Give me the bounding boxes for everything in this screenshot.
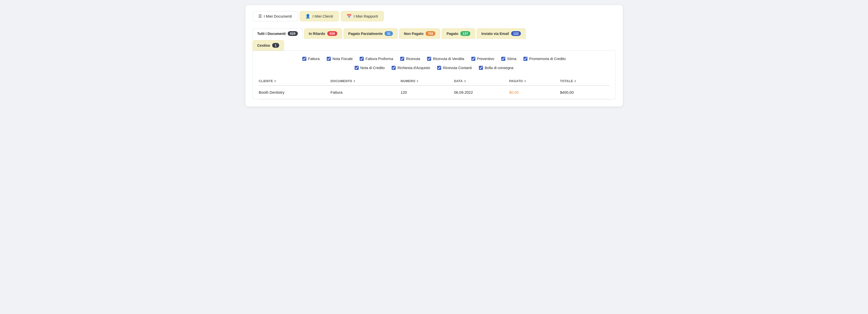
sort-icon-numero: ⇕ [416, 80, 419, 83]
sort-icon-pagato: ⇕ [524, 80, 526, 83]
checkbox-label-notacredito: Nota di Credito [361, 66, 385, 70]
sort-icon-totale: ⇕ [574, 80, 577, 83]
cell-cliente: Booth Dentistry [259, 86, 331, 99]
checkbox-item-promemoria[interactable]: Promemoria di Credito [523, 57, 566, 61]
checkbox-item-preventivo[interactable]: Preventivo [471, 57, 495, 61]
checkbox-ricevuta[interactable] [400, 57, 404, 61]
checkbox-item-fattura[interactable]: Fattura [302, 57, 320, 61]
filter-tab-trash[interactable]: Cestino1 [252, 40, 284, 50]
clienti-icon: 👤 [305, 14, 310, 19]
header-label-totale: TOTALE [560, 79, 573, 83]
checkbox-label-stima: Stima [507, 57, 516, 61]
filter-tab-label-ritardo: In Ritardo [309, 32, 325, 36]
checkbox-label-ricevutacontanti: Ricevuta Contanti [443, 66, 472, 70]
table-header-data[interactable]: DATA ⇕ [454, 77, 509, 86]
sort-icon-data: ⇕ [464, 80, 466, 83]
cell-totale: $400,00 [560, 86, 610, 99]
table-header-pagato[interactable]: PAGATO ⇕ [509, 77, 560, 86]
header-label-cliente: CLIENTE [259, 79, 273, 83]
checkbox-promemoria[interactable] [523, 57, 527, 61]
checkbox-label-ricevuta: Ricevuta [406, 57, 420, 61]
filter-tab-tutti[interactable]: Tutti i Documenti929 [252, 28, 303, 39]
table-row: Booth DentistryFattura12006.09.2022$0,00… [259, 86, 610, 99]
checkbox-row-1: FatturaNota FiscaleFattura ProformaRicev… [259, 57, 610, 61]
filter-tabs-row: Tutti i Documenti929In Ritardo559Pagato … [252, 28, 616, 39]
checkbox-label-richiesta: Richiesta d'Acquisto [397, 66, 430, 70]
table-header-numero[interactable]: NUMERO ⇕ [401, 77, 454, 86]
checkbox-label-fattura: Fattura [308, 57, 320, 61]
checkbox-item-ricevutavendita[interactable]: Ricevuta di Vendita [427, 57, 464, 61]
checkbox-item-notacredito[interactable]: Nota di Credito [354, 66, 385, 70]
table-header-documento[interactable]: DOCUMENTO ⇕ [331, 77, 401, 86]
filter-tab-badge-tutti: 929 [288, 31, 298, 36]
content-area: FatturaNota FiscaleFattura ProformaRicev… [252, 50, 616, 100]
filter-tab-badge-email: 122 [511, 31, 521, 36]
checkbox-notacredito[interactable] [354, 66, 359, 70]
checkbox-label-promemoria: Promemoria di Credito [529, 57, 566, 61]
table-header-row: CLIENTE ⇕DOCUMENTO ⇕NUMERO ⇕DATA ⇕PAGATO… [259, 77, 610, 86]
checkbox-row-2: Nota di CreditoRichiesta d'AcquistoRicev… [259, 66, 610, 70]
data-table: CLIENTE ⇕DOCUMENTO ⇕NUMERO ⇕DATA ⇕PAGATO… [259, 77, 610, 99]
filter-tab-label-nonpagato: Non Pagato [404, 32, 424, 36]
table-header-cliente[interactable]: CLIENTE ⇕ [259, 77, 331, 86]
checkbox-fatturaproforma[interactable] [360, 57, 364, 61]
documenti-icon: ☰ [258, 14, 262, 19]
table-header-totale[interactable]: TOTALE ⇕ [560, 77, 610, 86]
checkbox-filters: FatturaNota FiscaleFattura ProformaRicev… [259, 57, 610, 70]
table-header: CLIENTE ⇕DOCUMENTO ⇕NUMERO ⇕DATA ⇕PAGATO… [259, 77, 610, 86]
filter-tab-parzialmente[interactable]: Pagato Parzialmente31 [344, 28, 398, 39]
checkbox-notafiscale[interactable] [327, 57, 331, 61]
checkbox-fattura[interactable] [302, 57, 306, 61]
checkbox-label-fatturaproforma: Fattura Proforma [366, 57, 393, 61]
checkbox-label-ricevutavendita: Ricevuta di Vendita [433, 57, 464, 61]
checkbox-ricevutacontanti[interactable] [437, 66, 441, 70]
filter-tab-badge-parzialmente: 31 [384, 31, 393, 36]
checkbox-ricevutavendita[interactable] [427, 57, 431, 61]
checkbox-preventivo[interactable] [471, 57, 475, 61]
top-tab-label-documenti: I Miei Documenti [264, 14, 292, 18]
header-label-documento: DOCUMENTO [331, 79, 352, 83]
top-tab-label-clienti: I Miei Clienti [312, 14, 333, 18]
filter-tab-badge-ritardo: 559 [327, 31, 337, 36]
checkbox-item-fatturaproforma[interactable]: Fattura Proforma [360, 57, 393, 61]
checkbox-item-notafiscale[interactable]: Nota Fiscale [327, 57, 353, 61]
filter-tab-ritardo[interactable]: In Ritardo559 [304, 28, 342, 39]
header-label-numero: NUMERO [401, 79, 415, 83]
top-tabs: ☰I Miei Documenti👤I Miei Clienti📅I Miei … [252, 11, 616, 21]
cell-numero: 120 [401, 86, 454, 99]
filter-tab-badge-trash: 1 [272, 43, 279, 48]
rapporti-icon: 📅 [347, 14, 352, 19]
filter-tab-label-email: Inviato via Email [482, 32, 509, 36]
checkbox-item-bolla[interactable]: Bolla di consegna [479, 66, 514, 70]
checkbox-item-stima[interactable]: Stima [501, 57, 516, 61]
checkbox-item-richiesta[interactable]: Richiesta d'Acquisto [392, 66, 430, 70]
filter-tab-email[interactable]: Inviato via Email122 [477, 28, 526, 39]
sort-icon-documento: ⇕ [353, 80, 355, 83]
checkbox-stima[interactable] [501, 57, 505, 61]
filter-tab-badge-nonpagato: 792 [426, 31, 436, 36]
checkbox-richiesta[interactable] [392, 66, 396, 70]
cell-documento: Fattura [331, 86, 401, 99]
checkbox-bolla[interactable] [479, 66, 483, 70]
filter-tab-label-parzialmente: Pagato Parzialmente [348, 32, 383, 36]
header-label-pagato: PAGATO [509, 79, 523, 83]
top-tab-clienti[interactable]: 👤I Miei Clienti [300, 11, 339, 21]
filter-tab-badge-pagato: 137 [460, 31, 470, 36]
header-label-data: DATA [454, 79, 463, 83]
filter-tab-nonpagato[interactable]: Non Pagato792 [399, 28, 440, 39]
filter-tab-label-tutti: Tutti i Documenti [257, 32, 286, 36]
cell-data: 06.09.2022 [454, 86, 509, 99]
top-tab-documenti[interactable]: ☰I Miei Documenti [252, 11, 298, 21]
filter-section: Tutti i Documenti929In Ritardo559Pagato … [252, 28, 616, 50]
sort-icon-cliente: ⇕ [274, 80, 276, 83]
checkbox-label-notafiscale: Nota Fiscale [333, 57, 353, 61]
filter-tab-label-trash: Cestino [257, 43, 270, 47]
table-body: Booth DentistryFattura12006.09.2022$0,00… [259, 86, 610, 99]
main-container: ☰I Miei Documenti👤I Miei Clienti📅I Miei … [246, 5, 623, 106]
top-tab-rapporti[interactable]: 📅I Miei Rapporti [341, 11, 384, 21]
checkbox-item-ricevuta[interactable]: Ricevuta [400, 57, 420, 61]
trash-tab-row: Cestino1 [252, 40, 616, 50]
filter-tab-pagato[interactable]: Pagato137 [442, 28, 475, 39]
filter-tab-label-pagato: Pagato [446, 32, 458, 36]
checkbox-item-ricevutacontanti[interactable]: Ricevuta Contanti [437, 66, 472, 70]
